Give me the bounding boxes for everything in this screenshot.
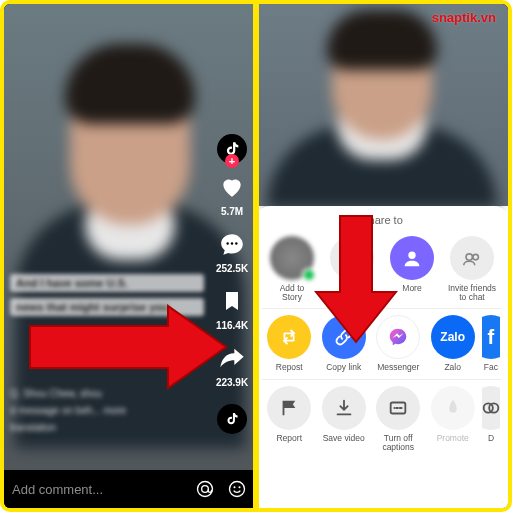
sound-disc[interactable]	[217, 404, 247, 434]
share-label: Promote	[437, 434, 469, 443]
zalo-icon: Zalo	[431, 315, 475, 359]
comment-input[interactable]: Add comment...	[12, 482, 184, 497]
svg-point-3	[198, 482, 213, 497]
share-item-report[interactable]: Report	[264, 386, 314, 453]
share-item-captions[interactable]: Turn off captions	[373, 386, 423, 453]
share-label: Repost	[276, 363, 303, 372]
share-item-story[interactable]: Add to Story	[264, 236, 320, 303]
share-item-invite[interactable]: Invite friends to chat	[444, 236, 500, 303]
comment-count: 252.5K	[216, 263, 248, 274]
share-label: Report	[276, 434, 302, 443]
share-row-actions: Report Save video Turn off captions Prom…	[262, 382, 502, 457]
profile-button[interactable]: +	[217, 134, 247, 164]
avatar-icon	[270, 236, 314, 280]
svg-point-2	[235, 242, 237, 244]
like-count: 5.7M	[221, 206, 243, 217]
emoji-icon[interactable]	[226, 478, 248, 500]
facebook-icon: f	[482, 315, 500, 359]
share-label: Add to Story	[280, 284, 305, 303]
share-item-promote[interactable]: Promote	[427, 386, 477, 453]
chat-invite-icon	[450, 236, 494, 280]
mention-icon[interactable]	[194, 478, 216, 500]
svg-point-1	[231, 242, 233, 244]
captions-icon	[376, 386, 420, 430]
svg-point-9	[408, 251, 415, 258]
video-description[interactable]: d message on beh... more	[10, 405, 204, 416]
duet-icon	[482, 386, 500, 430]
panel-divider	[253, 4, 259, 508]
svg-point-7	[239, 486, 241, 488]
share-label: More	[402, 284, 421, 293]
svg-point-5	[230, 482, 245, 497]
share-label: Copy link	[326, 363, 361, 372]
share-item-duet[interactable]: D	[482, 386, 500, 453]
tiktok-feed-panel: + 5.7M 252.5K 116.4K 223.9K	[4, 4, 256, 508]
comment-button[interactable]	[217, 229, 247, 259]
tutorial-image: snaptik.vn + 5.7M 252.5K	[0, 0, 512, 512]
like-button[interactable]	[217, 172, 247, 202]
share-item-savevideo[interactable]: Save video	[318, 386, 368, 453]
share-label: Fac	[484, 363, 498, 372]
repost-icon	[267, 315, 311, 359]
share-item-facebook[interactable]: f Fac	[482, 315, 500, 372]
download-icon	[322, 386, 366, 430]
translation-link[interactable]: translation	[10, 422, 204, 433]
svg-point-0	[226, 242, 228, 244]
share-item-repost[interactable]: Repost	[264, 315, 314, 372]
tutorial-arrow-share	[28, 304, 228, 390]
share-label: Messenger	[377, 363, 419, 372]
share-item-zalo[interactable]: Zalo Zalo	[427, 315, 477, 372]
watermark: snaptik.vn	[432, 10, 496, 25]
comment-input-bar: Add comment...	[4, 470, 256, 508]
tutorial-arrow-copylink	[314, 214, 398, 344]
share-label: Save video	[323, 434, 365, 443]
flag-icon	[267, 386, 311, 430]
share-label: Invite friends to chat	[448, 284, 496, 303]
follow-plus-icon[interactable]: +	[225, 154, 239, 168]
svg-point-11	[473, 254, 479, 260]
svg-point-4	[202, 486, 209, 493]
share-label: D	[488, 434, 494, 443]
promote-icon	[431, 386, 475, 430]
video-content-right	[256, 4, 508, 208]
share-label: Turn off captions	[382, 434, 414, 453]
svg-point-10	[466, 253, 472, 259]
svg-point-6	[234, 486, 236, 488]
share-label: Zalo	[444, 363, 461, 372]
caption-line: And I have some U.S.	[10, 274, 204, 292]
